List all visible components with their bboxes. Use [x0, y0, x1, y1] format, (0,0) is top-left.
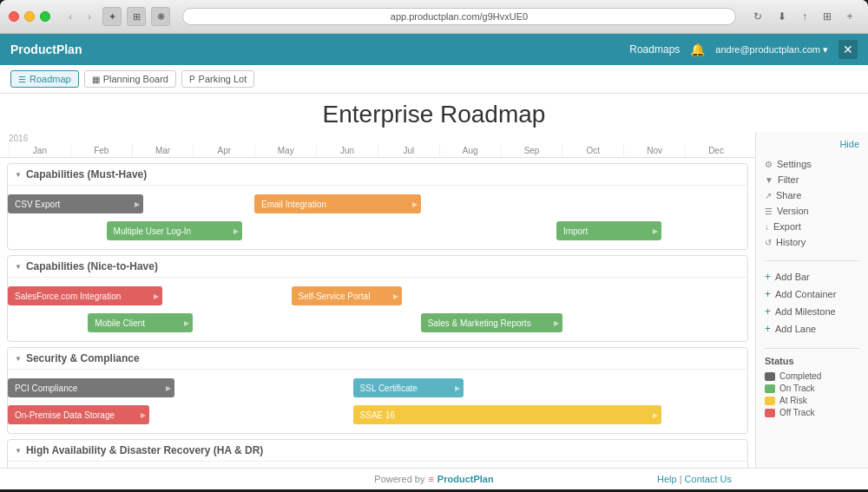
bar-ssae-16[interactable]: SSAE 16▶ — [353, 405, 661, 424]
back-button[interactable]: ‹ — [62, 10, 78, 23]
sidebar-item-version[interactable]: ☰Version — [765, 203, 859, 219]
bar-sales--marketing-reports[interactable]: Sales & Marketing Reports▶ — [421, 313, 562, 332]
bar-on-premise-data-storage[interactable]: On-Premise Data Storage▶ — [8, 405, 149, 424]
main-content: ⚙ + 2016 JanFebMarAprMayJunJulAugSepOctN… — [0, 132, 868, 468]
roadmap-area[interactable]: ⚙ + 2016 JanFebMarAprMayJunJulAugSepOctN… — [0, 132, 755, 468]
sidebar-item-settings[interactable]: ⚙Settings — [765, 156, 859, 172]
nav-right: Roadmaps 🔔 andre@productplan.com ▾ ✕ — [629, 40, 858, 59]
bar-self-service-portal[interactable]: Self-Service Portal▶ — [292, 286, 403, 305]
add-tab-button[interactable]: + — [840, 7, 859, 26]
bar-mobile-client[interactable]: Mobile Client▶ — [88, 313, 193, 332]
new-tab-button[interactable]: ⊞ — [818, 7, 837, 26]
planning-board-icon: ▦ — [92, 75, 100, 84]
fullscreen-button[interactable]: ✕ — [838, 40, 858, 59]
timeline-row: Multiple User Log-In▶Import▶ — [8, 219, 747, 243]
month-col-sep: Sep — [501, 144, 562, 157]
sidebar-hide: Hide — [765, 139, 859, 149]
roadmaps-link[interactable]: Roadmaps — [629, 43, 680, 56]
page-title: Enterprise Roadmap — [0, 101, 868, 128]
download-button[interactable]: ⬇ — [773, 7, 792, 26]
sidebar-item-history[interactable]: ↺History — [765, 234, 859, 250]
bar-handle-icon: ▶ — [184, 319, 189, 327]
refresh-button[interactable]: ↻ — [748, 7, 767, 26]
bar-multiple-user-log-in[interactable]: Multiple User Log-In▶ — [107, 221, 242, 240]
section-header-security[interactable]: ▼Security & Compliance — [8, 348, 747, 370]
parking-lot-tab[interactable]: P Parking Lot — [181, 70, 254, 88]
sidebar-icon: ⚙ — [765, 160, 773, 169]
section-security: ▼Security & CompliancePCI Compliance▶SSL… — [7, 347, 748, 434]
bar-handle-icon: ▶ — [233, 227, 239, 235]
section-body-ha-dr: DR Options▶Automatic Failover▶Improve Ba… — [8, 462, 747, 468]
url-bar[interactable]: app.productplan.com/g9HvxUE0 — [182, 8, 736, 25]
section-header-ha-dr[interactable]: ▼High Availability & Disaster Recovery (… — [8, 440, 747, 462]
status-item-completed: Completed — [765, 371, 859, 381]
sidebar-divider-2 — [765, 348, 859, 349]
month-col-jun: Jun — [316, 144, 378, 157]
timeline-row: Mobile Client▶Sales & Marketing Reports▶ — [8, 311, 747, 335]
timeline-row: CSV Export▶Email Integration▶ — [8, 192, 747, 216]
sidebar-add-add-lane[interactable]: +Add Lane — [765, 320, 859, 338]
traffic-light-maximize[interactable] — [40, 11, 50, 22]
month-col-feb: Feb — [70, 144, 132, 157]
sections-container: ▼Capabilities (Must-Have)CSV Export▶Emai… — [0, 163, 755, 468]
traffic-light-minimize[interactable] — [24, 11, 35, 22]
status-title: Status — [765, 356, 859, 366]
status-color — [765, 409, 775, 417]
status-item-on-track: On Track — [765, 384, 859, 393]
sidebar-item-share[interactable]: ↗Share — [765, 187, 859, 203]
forward-button[interactable]: › — [82, 10, 97, 23]
section-body-capabilities-nice: SalesForce.com Integration▶Self-Service … — [8, 278, 747, 341]
bar-csv-export[interactable]: CSV Export▶ — [8, 194, 143, 213]
sidebar-add-add-bar[interactable]: +Add Bar — [765, 268, 859, 285]
bar-salesforcecom-integration[interactable]: SalesForce.com Integration▶ — [8, 286, 162, 305]
bar-ssl-certificate[interactable]: SSL Certificate▶ — [353, 378, 464, 397]
year-label: 2016 — [9, 134, 28, 143]
sidebar: Hide ⚙Settings▼Filter↗Share☰Version↓Expo… — [755, 132, 868, 468]
roadmap-icon: ☰ — [18, 75, 26, 84]
contact-link[interactable]: Contact Us — [685, 474, 732, 484]
sidebar-item-export[interactable]: ↓Export — [765, 219, 859, 234]
bar-email-integration[interactable]: Email Integration▶ — [254, 194, 421, 213]
timeline-row: SalesForce.com Integration▶Self-Service … — [8, 284, 747, 308]
section-body-capabilities-must: CSV Export▶Email Integration▶Multiple Us… — [8, 186, 747, 249]
sidebar-add-items: +Add Bar+Add Container+Add Milestone+Add… — [765, 268, 859, 338]
bar-handle-icon: ▶ — [141, 411, 146, 419]
chevron-icon: ▼ — [15, 447, 22, 455]
traffic-light-close[interactable] — [9, 11, 19, 22]
app-logo: ProductPlan — [10, 43, 82, 56]
bar-import[interactable]: Import▶ — [556, 221, 661, 240]
section-header-capabilities-nice[interactable]: ▼Capabilities (Nice-to-Have) — [8, 256, 747, 278]
sidebar-add-add-container[interactable]: +Add Container — [765, 285, 859, 303]
bar-pci-compliance[interactable]: PCI Compliance▶ — [8, 378, 174, 397]
bar-handle-icon: ▶ — [154, 292, 159, 300]
roadmap-tab[interactable]: ☰ Roadmap — [10, 70, 79, 88]
bar-handle-icon: ▶ — [653, 227, 658, 235]
sidebar-icon: ↺ — [765, 238, 772, 247]
ext-plugin-btn[interactable]: ✦ — [102, 7, 122, 26]
page-title-area: Enterprise Roadmap — [0, 94, 868, 132]
status-color — [765, 372, 775, 381]
status-color — [765, 397, 775, 405]
user-menu[interactable]: andre@productplan.com ▾ — [715, 44, 828, 56]
footer-area: Powered by ≡ProductPlan Help | Contact U… — [10, 474, 858, 484]
ext-grid-btn[interactable]: ⊞ — [127, 7, 146, 26]
status-color — [765, 384, 775, 393]
sidebar-add-add-milestone[interactable]: +Add Milestone — [765, 303, 859, 320]
sidebar-item-filter[interactable]: ▼Filter — [765, 172, 859, 187]
planning-board-tab[interactable]: ▦ Planning Board — [84, 70, 176, 88]
bar-handle-icon: ▶ — [135, 200, 140, 208]
ext-star-btn[interactable]: ❋ — [151, 7, 170, 26]
month-col-may: May — [254, 144, 316, 157]
help-link[interactable]: Help — [657, 474, 677, 484]
bar-handle-icon: ▶ — [393, 292, 398, 300]
share-browser-button[interactable]: ↑ — [795, 7, 814, 26]
section-header-capabilities-must[interactable]: ▼Capabilities (Must-Have) — [8, 164, 747, 186]
status-section: Status CompletedOn TrackAt RiskOff Track — [765, 356, 859, 417]
hide-link[interactable]: Hide — [839, 139, 859, 149]
app-nav: ProductPlan Roadmaps 🔔 andre@productplan… — [0, 34, 868, 65]
timeline-header: 2016 JanFebMarAprMayJunJulAugSepOctNovDe… — [0, 132, 755, 158]
notification-icon[interactable]: 🔔 — [690, 43, 705, 56]
status-item-off-track: Off Track — [765, 408, 859, 417]
footer-links: Help | Contact Us — [657, 474, 732, 484]
month-col-jul: Jul — [378, 144, 439, 157]
